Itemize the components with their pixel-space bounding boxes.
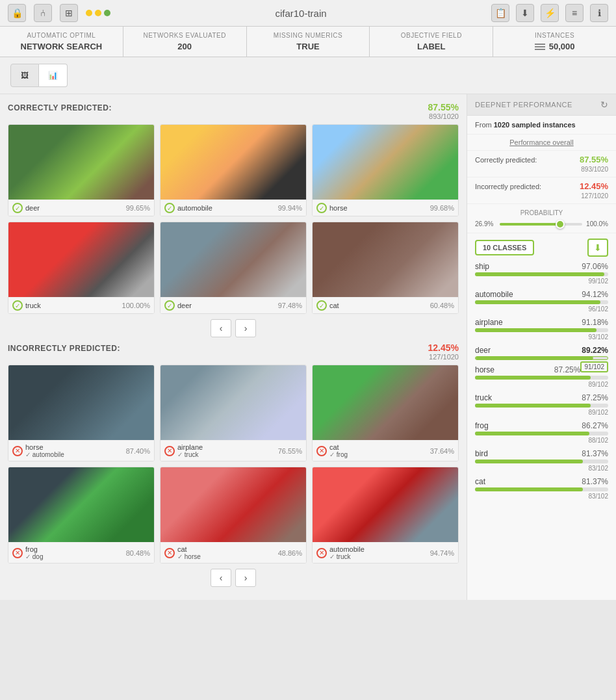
card-label: ✓ horse (316, 203, 348, 213)
card-label-text: deer (25, 204, 40, 212)
class-list-item[interactable]: ship 97.06% 99/102 (475, 262, 608, 285)
check-icon: ✓ (316, 203, 327, 213)
class-pct: 87.25% (582, 393, 608, 402)
incorrectly-title: INCORRECTLY PREDICTED: (8, 344, 120, 353)
stat-instances: INSTANCES 50,000 (493, 27, 616, 57)
correctly-next-btn[interactable]: › (235, 319, 256, 337)
class-row: airplane 91.18% (475, 318, 608, 327)
formula-icon[interactable]: ≡ (565, 4, 584, 22)
classes-header: 10 CLASSES ⬇ (467, 233, 616, 262)
class-name: airplane (475, 318, 503, 327)
class-list-item[interactable]: truck 87.25% 89/102 (475, 393, 608, 416)
predicted-value: truck (185, 451, 199, 458)
probability-label: PROBABILITY (475, 209, 608, 216)
class-name: frog (475, 421, 489, 430)
card-footer: ✓ cat 60.48% (313, 297, 458, 313)
card-label: ✕ airplane ✓ truck (164, 443, 203, 458)
image-placeholder (313, 467, 458, 542)
class-list-item[interactable]: bird 81.37% 83/102 (475, 449, 608, 472)
card-label: ✕ cat ✓ horse (164, 545, 201, 560)
card-pct: 94.74% (430, 549, 454, 557)
card-pct: 37.64% (430, 447, 454, 455)
card-pct: 99.65% (126, 204, 150, 212)
class-bar-bg (475, 376, 608, 380)
card-footer: ✕ cat ✓ frog 37.64% (313, 440, 458, 461)
card-label-text: horse ✓ automobile (25, 443, 64, 458)
card-label-text: cat ✓ frog (329, 443, 348, 458)
x-icon: ✕ (316, 446, 327, 456)
incorrectly-grid: ✕ horse ✓ automobile 87.40% ✕ airplane ✓… (8, 365, 459, 564)
card-pct: 60.48% (430, 302, 454, 309)
card-footer: ✓ deer 99.65% (8, 200, 154, 216)
card-footer: ✕ horse ✓ automobile 87.40% (8, 440, 154, 461)
class-row: bird 81.37% (475, 449, 608, 458)
card-main-label: frog (25, 545, 43, 553)
info-icon[interactable]: ℹ (590, 4, 608, 22)
refresh-btn[interactable]: ↻ (600, 99, 608, 110)
chart-view-btn[interactable]: 📊 (39, 64, 68, 87)
incorrectly-next-btn[interactable]: › (235, 569, 256, 587)
image-view-btn[interactable]: 🖼 (10, 64, 39, 87)
check-icon: ✓ (12, 300, 23, 311)
download-classes-btn[interactable]: ⬇ (587, 239, 608, 257)
class-list-item[interactable]: deer 89.22% 91/102 (475, 346, 608, 360)
card-footer: ✕ airplane ✓ truck 76.55% (160, 440, 306, 461)
class-count: 91/102 (580, 361, 608, 372)
class-list-item[interactable]: frog 86.27% 88/102 (475, 421, 608, 444)
branch-icon[interactable]: ⑃ (34, 4, 52, 22)
correctly-header: CORRECTLY PREDICTED: 87.55% 893/1020 (8, 102, 459, 120)
layers-icon[interactable]: ⊞ (60, 4, 78, 22)
app-title: cifar10-train (118, 8, 483, 19)
class-pct: 94.12% (582, 290, 608, 299)
class-count: 89/102 (475, 381, 608, 388)
classes-btn[interactable]: 10 CLASSES (475, 240, 534, 255)
right-header: DEEPNET PERFORMANCE ↻ (467, 94, 616, 116)
class-bar-fill (475, 300, 600, 304)
class-name: automobile (475, 290, 513, 299)
dot-1 (86, 10, 92, 16)
right-title: DEEPNET PERFORMANCE (475, 101, 572, 109)
card-label-text: truck (25, 302, 41, 309)
class-bar-fill (475, 460, 583, 463)
check-icon: ✓ (164, 203, 175, 213)
stat-missing-label: MISSING NUMERICS (255, 32, 362, 39)
image-placeholder (313, 365, 458, 440)
card-label: ✓ cat (316, 300, 339, 311)
predicted-value: horse (185, 553, 201, 560)
card-pct: 99.94% (278, 204, 302, 212)
card-label: ✓ truck (12, 300, 41, 311)
lightning-icon[interactable]: ⚡ (541, 4, 559, 22)
card-label-text: automobile ✓ truck (329, 545, 365, 560)
class-list-item[interactable]: airplane 91.18% 93/102 (475, 318, 608, 341)
class-list-item[interactable]: cat 81.37% 83/102 (475, 477, 608, 500)
clipboard-icon[interactable]: 📋 (491, 4, 509, 22)
image-placeholder (313, 222, 458, 297)
image-placeholder (160, 222, 306, 297)
download-icon[interactable]: ⬇ (516, 4, 534, 22)
class-bar-fill (475, 432, 589, 435)
x-icon: ✕ (12, 548, 23, 558)
stat-automatic: AUTOMATIC OPTIML NETWORK SEARCH (0, 27, 123, 57)
slider-thumb[interactable] (556, 220, 565, 229)
class-bar-bg (475, 300, 608, 304)
card-label: ✕ automobile ✓ truck (316, 545, 365, 560)
slider-track[interactable] (500, 223, 582, 226)
x-icon: ✕ (164, 446, 175, 456)
card-footer: ✓ automobile 99.94% (160, 200, 306, 216)
card-label: ✕ frog ✓ dog (12, 545, 43, 560)
perf-overall-link[interactable]: Performance overall (467, 135, 616, 151)
card-label: ✕ horse ✓ automobile (12, 443, 64, 458)
class-row: ship 97.06% (475, 262, 608, 271)
card-label-text: deer (177, 302, 192, 309)
image-card-correct: ✓ truck 100.00% (8, 222, 155, 314)
class-list-item[interactable]: automobile 94.12% 96/102 (475, 290, 608, 313)
slider-fill (500, 223, 558, 226)
class-row: truck 87.25% (475, 393, 608, 402)
incorrectly-prev-btn[interactable]: ‹ (211, 569, 231, 587)
class-bar-fill (475, 487, 583, 491)
card-footer: ✕ cat ✓ horse 48.86% (160, 542, 306, 563)
card-main-label: automobile (329, 545, 365, 553)
image-placeholder (8, 222, 154, 297)
correctly-prev-btn[interactable]: ‹ (211, 319, 231, 337)
prob-min: 26.9% (475, 220, 496, 227)
